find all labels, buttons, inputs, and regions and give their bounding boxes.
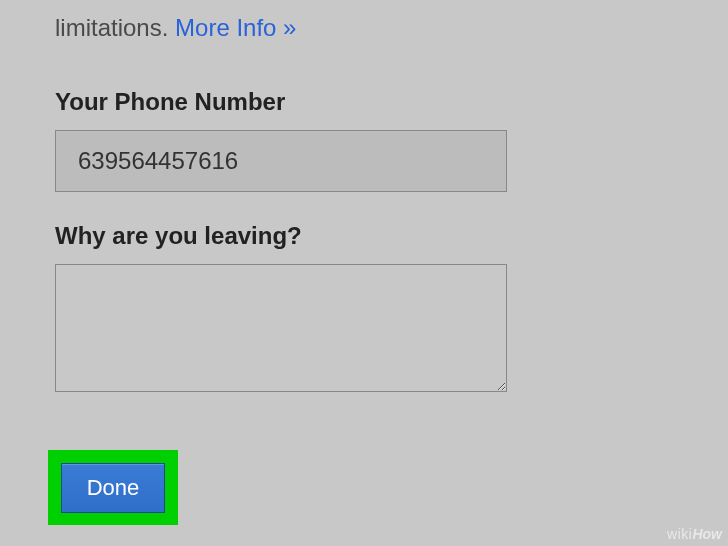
intro-text: limitations. More Info » (55, 12, 673, 43)
watermark-wiki: wiki (667, 526, 692, 542)
reason-textarea[interactable] (55, 264, 507, 392)
watermark-how: How (692, 526, 722, 542)
phone-input[interactable] (55, 130, 507, 192)
more-info-link[interactable]: More Info » (175, 14, 296, 41)
reason-label: Why are you leaving? (55, 222, 673, 250)
done-highlight: Done (48, 450, 178, 525)
reason-field-group: Why are you leaving? (55, 222, 673, 392)
done-button[interactable]: Done (61, 463, 165, 513)
watermark: wikiHow (667, 526, 722, 542)
phone-field-group: Your Phone Number (55, 88, 673, 192)
phone-label: Your Phone Number (55, 88, 673, 116)
intro-text-prefix: limitations. (55, 14, 175, 41)
